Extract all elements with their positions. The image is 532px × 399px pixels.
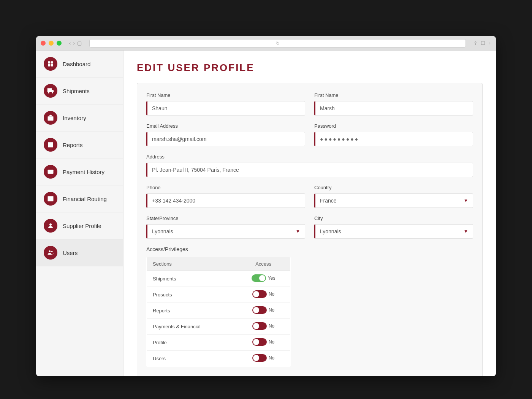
sidebar-label-dashboard: Dashboard <box>63 61 90 67</box>
state-label: State/Province <box>146 215 305 221</box>
toggle-3[interactable] <box>252 322 267 330</box>
email-label: Email Address <box>146 123 305 129</box>
state-select[interactable]: Lyonnais <box>147 225 305 238</box>
last-name-input[interactable] <box>315 101 473 115</box>
payment-icon <box>44 165 57 179</box>
inventory-icon <box>44 111 57 125</box>
access-row: Shipments Yes <box>147 271 291 287</box>
access-toggle-cell: No <box>236 351 290 367</box>
sidebar-label-users: Users <box>63 250 78 256</box>
phone-input[interactable] <box>147 194 305 207</box>
sidebar-item-supplier-profile[interactable]: Supplier Profile <box>36 212 123 239</box>
svg-rect-13 <box>48 170 54 174</box>
password-dots: ●●●●●●●●● <box>315 132 364 146</box>
state-city-row: State/Province Lyonnais ▼ City Lyonn <box>146 215 473 239</box>
sidebar-label-inventory: Inventory <box>63 115 86 121</box>
sections-header: Sections <box>147 257 237 271</box>
svg-rect-0 <box>48 61 50 63</box>
close-button[interactable] <box>41 41 46 46</box>
city-label: City <box>314 215 473 221</box>
browser-actions: ⇪ ☐ + <box>473 40 491 46</box>
reports-icon <box>44 138 57 152</box>
address-group: Address <box>146 154 473 177</box>
toggle-knob-0 <box>259 275 265 281</box>
url-bar[interactable]: ↻ <box>89 39 466 48</box>
toggle-container-2[interactable]: No <box>252 306 274 314</box>
access-toggle-cell: No <box>236 319 290 335</box>
address-input-wrapper <box>146 163 473 177</box>
access-row: Prosucts No <box>147 287 291 303</box>
toggle-container-1[interactable]: No <box>252 290 274 298</box>
address-row: Address <box>146 154 473 177</box>
toggle-knob-3 <box>253 323 259 329</box>
access-title: Access/Privileges <box>146 246 473 252</box>
maximize-button[interactable] <box>57 41 62 46</box>
sidebar-item-dashboard[interactable]: Dashboard <box>36 51 123 78</box>
state-group: State/Province Lyonnais ▼ <box>146 215 305 239</box>
access-section: Access/Privileges Sections Access Shipme… <box>146 246 473 367</box>
access-section-name: Users <box>147 351 237 367</box>
svg-rect-16 <box>48 196 54 201</box>
access-header: Access <box>236 257 290 271</box>
toggle-container-4[interactable]: No <box>252 338 274 346</box>
sidebar-item-financial-routing[interactable]: Financial Routing <box>36 185 123 212</box>
svg-point-21 <box>49 223 52 226</box>
svg-rect-1 <box>51 61 53 63</box>
sidebar-item-shipments[interactable]: Shipments <box>36 78 123 104</box>
toggle-0[interactable] <box>252 274 266 282</box>
minimize-button[interactable] <box>49 41 54 46</box>
access-section-name: Reports <box>147 303 237 319</box>
toggle-5[interactable] <box>252 354 267 362</box>
toggle-label-4: No <box>269 339 274 345</box>
toggle-knob-5 <box>253 355 259 361</box>
browser-titlebar: ‹ › ▢ ↻ ⇪ ☐ + <box>36 36 496 51</box>
email-input-wrapper <box>146 132 305 146</box>
access-row: Profile No <box>147 335 291 351</box>
email-password-row: Email Address Password ●●●●●●●●● <box>146 123 473 146</box>
sidebar-label-supplier: Supplier Profile <box>63 223 101 229</box>
first-name-input-wrapper <box>146 101 305 116</box>
svg-rect-3 <box>51 64 53 66</box>
phone-input-wrapper <box>146 193 305 208</box>
toggle-knob-2 <box>253 307 259 313</box>
access-row: Users No <box>147 351 291 367</box>
toggle-container-5[interactable]: No <box>252 354 274 362</box>
sidebar-item-inventory[interactable]: Inventory <box>36 104 123 131</box>
country-select[interactable]: France <box>315 194 473 207</box>
address-label: Address <box>146 154 473 160</box>
sidebar-item-payment-history[interactable]: Payment History <box>36 158 123 185</box>
last-name-label: First Name <box>314 92 473 98</box>
toggle-container-3[interactable]: No <box>252 322 274 330</box>
phone-label: Phone <box>146 185 305 190</box>
city-select[interactable]: Lyonnais <box>315 225 473 238</box>
svg-point-22 <box>49 250 51 252</box>
email-input[interactable] <box>147 132 305 146</box>
access-section-name: Profile <box>147 335 237 351</box>
back-button[interactable]: ‹ <box>69 40 71 46</box>
sidebar-item-reports[interactable]: Reports <box>36 131 123 158</box>
toggle-label-5: No <box>269 355 274 361</box>
dashboard-icon <box>44 57 57 71</box>
toggle-2[interactable] <box>252 306 267 314</box>
sidebar: Dashboard Shipments Inventory <box>36 51 124 376</box>
first-name-input[interactable] <box>147 101 305 115</box>
toggle-label-0: Yes <box>268 276 276 281</box>
phone-group: Phone <box>146 185 305 208</box>
toggle-label-1: No <box>269 291 274 297</box>
toggle-4[interactable] <box>252 338 267 346</box>
forward-button[interactable]: › <box>73 40 74 46</box>
toggle-knob-4 <box>253 339 259 345</box>
sidebar-label-shipments: Shipments <box>63 88 90 94</box>
svg-point-4 <box>48 92 49 93</box>
main-content: Edit User Profile First Name First Name <box>124 51 496 376</box>
new-tab-icon[interactable]: + <box>488 40 491 46</box>
address-input[interactable] <box>147 163 473 177</box>
share-icon[interactable]: ⇪ <box>473 40 478 46</box>
toggle-label-2: No <box>269 307 274 313</box>
copy-icon[interactable]: ☐ <box>481 40 485 46</box>
sidebar-label-reports: Reports <box>63 142 83 148</box>
toggle-1[interactable] <box>252 290 267 298</box>
toggle-container-0[interactable]: Yes <box>252 274 276 282</box>
sidebar-item-users[interactable]: Users <box>36 239 123 266</box>
access-toggle-cell: No <box>236 303 290 319</box>
